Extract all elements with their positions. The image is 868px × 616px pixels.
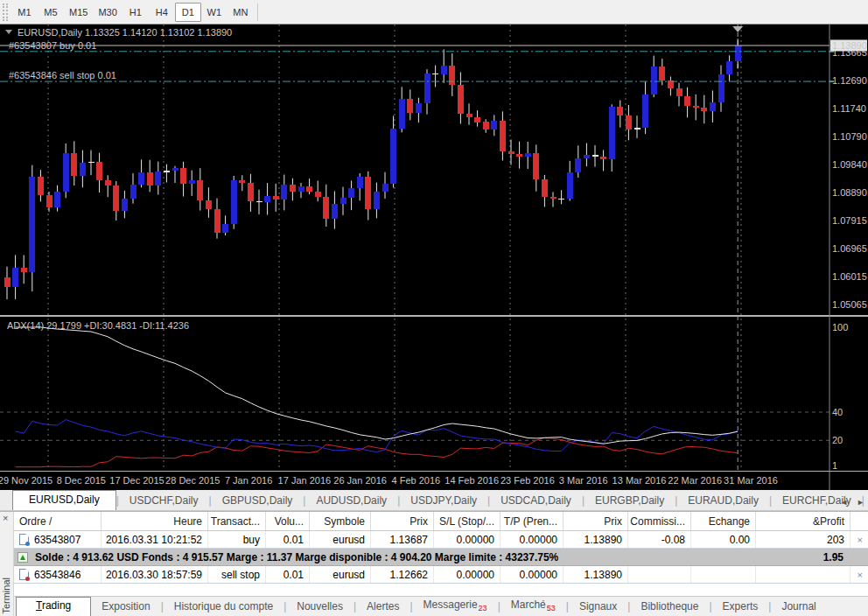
candle-bull	[348, 188, 354, 198]
balance-row: Solde : 4 913.62 USD Fonds : 4 915.57 Ma…	[14, 549, 868, 566]
order-volume: 0.01	[266, 531, 310, 548]
order-row-buy[interactable]: 63543807 2016.03.31 10:21:52 buy 0.01 eu…	[14, 531, 868, 549]
column-header-4[interactable]: Symbole	[310, 512, 371, 530]
terminal-tab-alertes[interactable]: Alertes	[356, 598, 410, 616]
chart-tab-eurusd[interactable]: EURUSD,Daily	[12, 490, 116, 510]
order-current-price: 1.13890	[564, 566, 628, 583]
candle-bull	[718, 74, 724, 102]
chart-tab-audusd[interactable]: AUDUSD,Daily	[305, 492, 397, 510]
close-order-icon[interactable]: ×	[858, 570, 863, 580]
candle-bear	[306, 186, 312, 192]
date-axis-label: 22 Mar 2016	[668, 475, 722, 486]
timeframe-button-h4[interactable]: H4	[149, 3, 175, 22]
order-symbol: eurusd	[310, 566, 371, 583]
terminal-tab-march-[interactable]: Marché53	[500, 597, 566, 616]
timeframe-button-d1[interactable]: D1	[175, 3, 201, 22]
terminal-tab-messagerie[interactable]: Messagerie23	[413, 597, 498, 616]
terminal-tab-experts[interactable]: Experts	[712, 598, 769, 616]
terminal-empty-space	[14, 584, 868, 596]
candle-bull	[491, 121, 497, 130]
timeframe-button-m5[interactable]: M5	[38, 3, 64, 22]
date-axis-label: 31 Mar 2016	[724, 475, 778, 486]
chart-tab-usdchf[interactable]: USDCHF,Daily	[119, 492, 209, 510]
candle-bull	[424, 74, 430, 103]
price-axis-label: 1.05065	[832, 299, 867, 310]
candle-bull	[88, 162, 94, 164]
timeframe-button-mn[interactable]: MN	[228, 3, 254, 22]
candle-bear	[516, 154, 522, 157]
column-header-7[interactable]: T/P (Pren...	[500, 512, 564, 530]
column-header-5[interactable]: Prix	[371, 512, 434, 530]
chart-tab-eurgbp[interactable]: EURGBP,Daily	[584, 492, 675, 510]
candle-bear	[626, 116, 632, 130]
indicator-axis-label: 1	[832, 460, 837, 471]
order-open-price: 1.12662	[371, 566, 434, 583]
column-header-9[interactable]: Commissi...	[628, 512, 691, 530]
candle-bear	[407, 99, 413, 114]
terminal-tab-signaux[interactable]: Signaux	[569, 598, 627, 616]
candle-bull	[264, 196, 270, 203]
candle-bear	[105, 180, 111, 186]
candle-bear	[273, 196, 279, 200]
candle-bull	[122, 199, 128, 210]
tabs-scroll-right-icon[interactable]: ►	[857, 498, 864, 507]
price-axis-label: 1.10790	[832, 131, 867, 142]
close-order-icon[interactable]: ×	[858, 535, 863, 545]
order-symbol: eurusd	[310, 531, 371, 548]
price-axis-label: 1.09840	[832, 159, 867, 170]
timeframe-button-m30[interactable]: M30	[93, 3, 122, 22]
terminal-tab-nouvelles[interactable]: Nouvelles	[286, 598, 354, 616]
order-row-sell-stop[interactable]: 63543846 2016.03.30 18:57:59 sell stop 0…	[14, 566, 868, 584]
timeframe-button-m15[interactable]: M15	[64, 3, 93, 22]
chart-area: #63543807 buy 0.01#63543846 sell stop 0.…	[0, 24, 868, 490]
date-axis-label: 13 Mar 2016	[612, 475, 667, 486]
column-header-6[interactable]: S/L (Stop/...	[434, 512, 500, 530]
chart-tab-eurjpy[interactable]: EURJPY,Daily	[864, 492, 868, 510]
column-header-3[interactable]: Volu...	[266, 512, 310, 530]
order-cell: 63543807	[14, 531, 102, 548]
candle-bull	[357, 177, 363, 188]
terminal-tab-historique-du-compte[interactable]: Historique du compte	[164, 598, 284, 616]
date-axis-label: 29 Nov 2015	[0, 475, 52, 486]
column-header-11[interactable]: &Profit	[756, 512, 850, 530]
order-line-label: #63543846 sell stop 0.01	[9, 70, 116, 80]
timeframe-button-m1[interactable]: M1	[11, 3, 38, 22]
candle-bull	[382, 184, 388, 192]
terminal-close-icon[interactable]: ×	[3, 513, 8, 523]
candle-bull	[441, 66, 447, 74]
column-header-10[interactable]: Echange	[691, 512, 756, 530]
column-header-close	[850, 512, 868, 530]
chart-tab-bar: EURUSD,Daily|USDCHF,Daily|GBPUSD,Daily|A…	[0, 490, 868, 511]
terminal-tab-trading[interactable]: Trading	[16, 597, 91, 616]
tabs-scroll-left-icon[interactable]: ◄	[840, 498, 848, 507]
column-header-0[interactable]: Ordre /	[14, 512, 102, 530]
column-header-1[interactable]: Heure	[102, 512, 208, 530]
column-header-8[interactable]: Prix	[564, 512, 628, 530]
candle-bear	[38, 177, 44, 194]
candle-bear	[676, 88, 682, 96]
candle-bull	[609, 107, 615, 158]
column-header-2[interactable]: Transact...	[208, 512, 266, 530]
terminal-panel: × Terminal Ordre /HeureTransact...Volu..…	[0, 511, 868, 616]
terminal-tab-exposition[interactable]: Exposition	[91, 598, 160, 616]
toolbar-grip[interactable]	[3, 4, 8, 21]
indicator-bottom-divider	[0, 471, 868, 472]
candle-bear	[659, 66, 665, 80]
chart-tab-usdjpy[interactable]: USDJPY,Daily	[400, 492, 487, 510]
chart-tab-usdcad[interactable]: USDCAD,Daily	[490, 492, 582, 510]
mt4-window: M1M5M15M30H1H4D1W1MN #63543807 buy 0.01#…	[0, 0, 868, 616]
candle-bull	[642, 94, 648, 129]
price-chart[interactable]: #63543807 buy 0.01#63543846 sell stop 0.…	[0, 24, 868, 490]
terminal-tab-bibliotheque[interactable]: Bibliotheque	[630, 598, 709, 616]
candle-bull	[63, 153, 69, 192]
timeframe-button-h1[interactable]: H1	[122, 3, 149, 22]
candle-bull	[172, 168, 178, 171]
order-time: 2016.03.31 10:21:52	[102, 531, 208, 548]
terminal-tab-journal[interactable]: Journal	[771, 598, 826, 616]
chart-tab-gbpusd[interactable]: GBPUSD,Daily	[212, 492, 304, 510]
candle-bull	[164, 171, 170, 172]
date-axis-label: 7 Jan 2016	[225, 475, 272, 486]
timeframe-button-w1[interactable]: W1	[201, 3, 228, 22]
date-axis-label: 17 Jan 2016	[278, 475, 332, 486]
chart-tab-euraud[interactable]: EURAUD,Daily	[677, 492, 769, 510]
